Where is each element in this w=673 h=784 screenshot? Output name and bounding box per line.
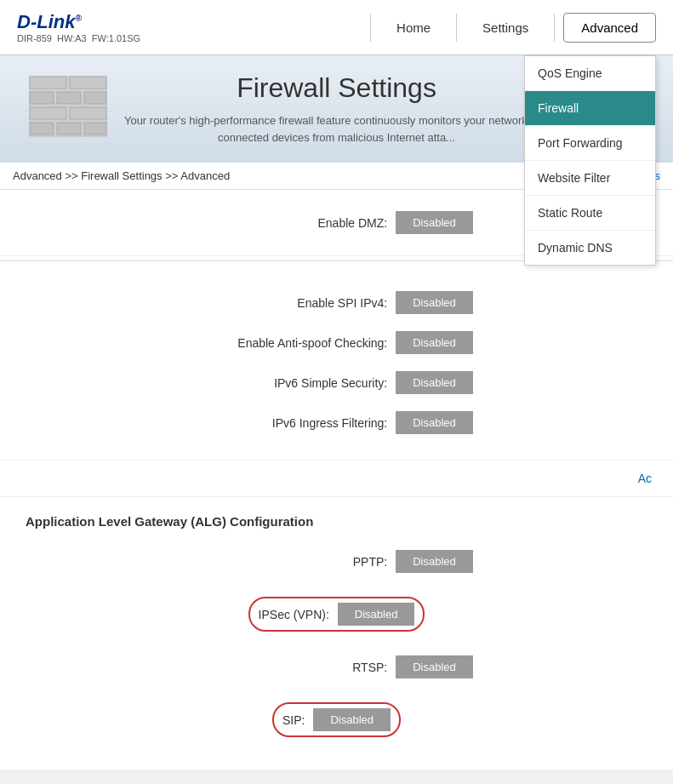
svg-rect-1 xyxy=(30,77,66,89)
dropdown-item-static-route[interactable]: Static Route xyxy=(525,196,655,231)
dropdown-item-port-forwarding[interactable]: Port Forwarding xyxy=(525,126,655,161)
ipv6-ingress-toggle[interactable]: Disabled xyxy=(396,411,473,434)
device-model: DIR-859 HW:A3 FW:1.01SG xyxy=(17,33,140,43)
anti-spoof-toggle[interactable]: Disabled xyxy=(396,331,473,354)
ac-bar: Ac xyxy=(0,461,673,497)
ipv6-simple-label: IPv6 Simple Security: xyxy=(200,376,387,390)
svg-rect-3 xyxy=(30,92,54,104)
dropdown-item-qos-engine[interactable]: QoS Engine xyxy=(525,56,655,91)
svg-rect-8 xyxy=(30,123,54,134)
ipsec-toggle[interactable]: Disabled xyxy=(338,603,415,626)
nav-links: Home Settings Advanced xyxy=(370,13,656,43)
alg-title: Application Level Gateway (ALG) Configur… xyxy=(26,514,647,529)
ipv6-ingress-label: IPv6 Ingress Filtering: xyxy=(200,416,387,430)
dropdown-menu: QoS Engine Firewall Port Forwarding Webs… xyxy=(524,55,656,266)
svg-rect-9 xyxy=(57,123,81,134)
dropdown-item-firewall[interactable]: Firewall xyxy=(525,91,655,126)
rtsp-toggle[interactable]: Disabled xyxy=(396,655,473,678)
pptp-label: PPTP: xyxy=(200,555,387,569)
pptp-row: PPTP: Disabled xyxy=(26,541,647,581)
rtsp-label: RTSP: xyxy=(200,661,387,674)
logo-area: D-Link® DIR-859 HW:A3 FW:1.01SG xyxy=(17,11,140,43)
spi-section: Enable SPI IPv4: Disabled Enable Anti-sp… xyxy=(0,266,673,461)
header: D-Link® DIR-859 HW:A3 FW:1.01SG Home Set… xyxy=(0,0,673,55)
page-description: Your router's high-performance firewall … xyxy=(124,112,550,146)
ac-link[interactable]: Ac xyxy=(625,465,664,492)
firewall-icon xyxy=(26,72,111,143)
ipsec-row: IPSec (VPN): Disabled xyxy=(26,588,647,640)
ipv6-ingress-row: IPv6 Ingress Filtering: Disabled xyxy=(26,403,647,443)
sip-highlight: SIP: Disabled xyxy=(272,702,401,737)
alg-section: Application Level Gateway (ALG) Configur… xyxy=(0,497,673,770)
dropdown-item-dynamic-dns[interactable]: Dynamic DNS xyxy=(525,231,655,265)
dmz-label: Enable DMZ: xyxy=(200,216,387,230)
nav-settings[interactable]: Settings xyxy=(457,14,555,42)
spi-ipv4-toggle[interactable]: Disabled xyxy=(396,291,473,314)
svg-rect-7 xyxy=(70,107,106,119)
main-content: Enable DMZ: Disabled Enable SPI IPv4: Di… xyxy=(0,190,673,770)
dlink-logo: D-Link® xyxy=(17,11,140,33)
nav-advanced-button[interactable]: Advanced xyxy=(563,13,656,43)
sip-toggle[interactable]: Disabled xyxy=(313,708,391,731)
svg-rect-6 xyxy=(30,107,66,119)
sip-row: SIP: Disabled xyxy=(26,694,647,746)
nav-home[interactable]: Home xyxy=(370,14,457,42)
rtsp-row: RTSP: Disabled xyxy=(26,647,647,687)
anti-spoof-label: Enable Anti-spoof Checking: xyxy=(200,336,387,350)
dropdown-item-website-filter[interactable]: Website Filter xyxy=(525,161,655,196)
svg-rect-5 xyxy=(84,92,106,104)
ipv6-simple-toggle[interactable]: Disabled xyxy=(396,371,473,394)
ipv6-simple-row: IPv6 Simple Security: Disabled xyxy=(26,363,647,403)
svg-rect-2 xyxy=(70,77,106,89)
sip-label: SIP: xyxy=(282,713,305,727)
svg-rect-4 xyxy=(57,92,81,104)
dmz-toggle[interactable]: Disabled xyxy=(396,211,473,234)
spi-ipv4-row: Enable SPI IPv4: Disabled xyxy=(26,283,647,323)
spi-ipv4-label: Enable SPI IPv4: xyxy=(200,296,387,310)
svg-rect-10 xyxy=(84,123,106,134)
anti-spoof-row: Enable Anti-spoof Checking: Disabled xyxy=(26,323,647,363)
ipsec-highlight: IPSec (VPN): Disabled xyxy=(248,597,425,632)
breadcrumb: Advanced >> Firewall Settings >> Advance… xyxy=(13,169,230,182)
ipsec-label: IPSec (VPN): xyxy=(259,608,329,621)
pptp-toggle[interactable]: Disabled xyxy=(396,550,473,573)
